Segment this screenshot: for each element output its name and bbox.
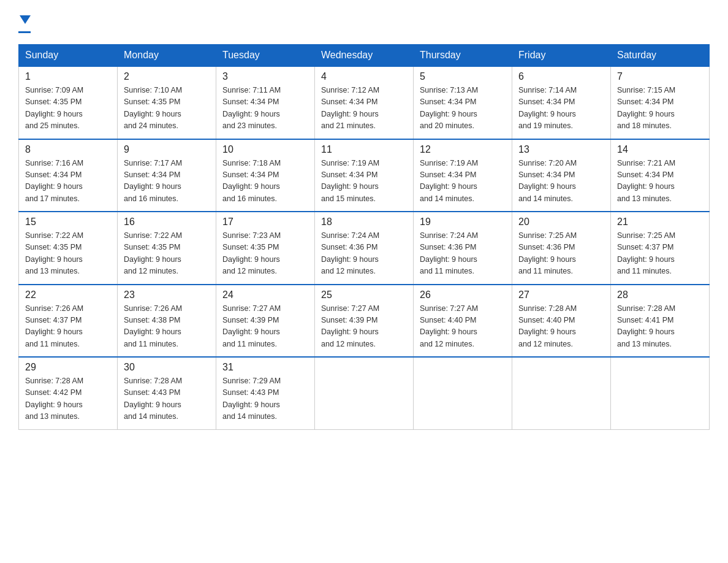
calendar-day-cell: 15Sunrise: 7:22 AMSunset: 4:35 PMDayligh…: [19, 212, 118, 285]
calendar-day-cell: [315, 357, 414, 429]
calendar-day-cell: 3Sunrise: 7:11 AMSunset: 4:34 PMDaylight…: [216, 66, 315, 139]
calendar-day-cell: 26Sunrise: 7:27 AMSunset: 4:40 PMDayligh…: [414, 285, 512, 358]
calendar-day-cell: 28Sunrise: 7:28 AMSunset: 4:41 PMDayligh…: [611, 285, 710, 358]
day-number: 30: [124, 362, 210, 373]
calendar-day-cell: 18Sunrise: 7:24 AMSunset: 4:36 PMDayligh…: [315, 212, 414, 285]
day-info: Sunrise: 7:12 AMSunset: 4:34 PMDaylight:…: [321, 85, 407, 132]
day-number: 3: [222, 71, 308, 82]
day-info: Sunrise: 7:26 AMSunset: 4:38 PMDaylight:…: [124, 303, 210, 351]
calendar-day-cell: 30Sunrise: 7:28 AMSunset: 4:43 PMDayligh…: [118, 357, 216, 429]
day-info: Sunrise: 7:16 AMSunset: 4:34 PMDaylight:…: [25, 158, 111, 205]
calendar-day-cell: 7Sunrise: 7:15 AMSunset: 4:34 PMDaylight…: [611, 66, 710, 139]
day-info: Sunrise: 7:19 AMSunset: 4:34 PMDaylight:…: [420, 158, 506, 205]
day-number: 4: [321, 71, 407, 82]
day-number: 17: [222, 216, 308, 228]
day-number: 13: [518, 144, 604, 155]
day-info: Sunrise: 7:21 AMSunset: 4:34 PMDaylight:…: [617, 158, 703, 205]
day-number: 5: [420, 71, 506, 82]
day-number: 9: [124, 144, 210, 155]
calendar-day-cell: 11Sunrise: 7:19 AMSunset: 4:34 PMDayligh…: [315, 139, 414, 212]
calendar-week-row: 29Sunrise: 7:28 AMSunset: 4:42 PMDayligh…: [19, 357, 710, 429]
day-info: Sunrise: 7:14 AMSunset: 4:34 PMDaylight:…: [518, 85, 604, 132]
weekday-header-thursday: Thursday: [414, 45, 512, 67]
day-info: Sunrise: 7:17 AMSunset: 4:34 PMDaylight:…: [124, 158, 210, 205]
calendar-week-row: 8Sunrise: 7:16 AMSunset: 4:34 PMDaylight…: [19, 139, 710, 212]
day-info: Sunrise: 7:29 AMSunset: 4:43 PMDaylight:…: [222, 375, 308, 423]
weekday-header-monday: Monday: [118, 45, 216, 67]
day-info: Sunrise: 7:10 AMSunset: 4:35 PMDaylight:…: [124, 85, 210, 132]
day-number: 23: [124, 289, 210, 301]
day-number: 14: [617, 144, 703, 155]
calendar-day-cell: 2Sunrise: 7:10 AMSunset: 4:35 PMDaylight…: [118, 66, 216, 139]
calendar-day-cell: 21Sunrise: 7:25 AMSunset: 4:37 PMDayligh…: [611, 212, 710, 285]
day-number: 11: [321, 144, 407, 155]
calendar-table: SundayMondayTuesdayWednesdayThursdayFrid…: [18, 44, 710, 430]
day-info: Sunrise: 7:27 AMSunset: 4:39 PMDaylight:…: [222, 303, 308, 351]
day-info: Sunrise: 7:22 AMSunset: 4:35 PMDaylight:…: [124, 230, 210, 278]
day-info: Sunrise: 7:09 AMSunset: 4:35 PMDaylight:…: [25, 85, 111, 132]
calendar-week-row: 15Sunrise: 7:22 AMSunset: 4:35 PMDayligh…: [19, 212, 710, 285]
logo-text: [18, 12, 31, 29]
calendar-day-cell: 20Sunrise: 7:25 AMSunset: 4:36 PMDayligh…: [512, 212, 611, 285]
calendar-day-cell: [414, 357, 512, 429]
day-info: Sunrise: 7:11 AMSunset: 4:34 PMDaylight:…: [222, 85, 308, 132]
day-info: Sunrise: 7:24 AMSunset: 4:36 PMDaylight:…: [321, 230, 407, 278]
day-number: 27: [518, 289, 604, 301]
day-info: Sunrise: 7:22 AMSunset: 4:35 PMDaylight:…: [25, 230, 111, 278]
day-number: 8: [25, 144, 111, 155]
day-info: Sunrise: 7:18 AMSunset: 4:34 PMDaylight:…: [222, 158, 308, 205]
logo-triangle-icon: [20, 15, 31, 24]
day-number: 18: [321, 216, 407, 228]
calendar-day-cell: 24Sunrise: 7:27 AMSunset: 4:39 PMDayligh…: [216, 285, 315, 358]
day-number: 20: [518, 216, 604, 228]
day-number: 26: [420, 289, 506, 301]
day-number: 6: [518, 71, 604, 82]
calendar-day-cell: 16Sunrise: 7:22 AMSunset: 4:35 PMDayligh…: [118, 212, 216, 285]
calendar-day-cell: 10Sunrise: 7:18 AMSunset: 4:34 PMDayligh…: [216, 139, 315, 212]
day-number: 15: [25, 216, 111, 228]
day-info: Sunrise: 7:23 AMSunset: 4:35 PMDaylight:…: [222, 230, 308, 278]
day-info: Sunrise: 7:28 AMSunset: 4:42 PMDaylight:…: [25, 375, 111, 423]
weekday-header-tuesday: Tuesday: [216, 45, 315, 67]
day-info: Sunrise: 7:28 AMSunset: 4:43 PMDaylight:…: [124, 375, 210, 423]
calendar-day-cell: 8Sunrise: 7:16 AMSunset: 4:34 PMDaylight…: [19, 139, 118, 212]
calendar-week-row: 1Sunrise: 7:09 AMSunset: 4:35 PMDaylight…: [19, 66, 710, 139]
weekday-header-wednesday: Wednesday: [315, 45, 414, 67]
calendar-day-cell: 4Sunrise: 7:12 AMSunset: 4:34 PMDaylight…: [315, 66, 414, 139]
day-info: Sunrise: 7:25 AMSunset: 4:37 PMDaylight:…: [617, 230, 703, 278]
calendar-day-cell: 31Sunrise: 7:29 AMSunset: 4:43 PMDayligh…: [216, 357, 315, 429]
day-number: 24: [222, 289, 308, 301]
day-number: 10: [222, 144, 308, 155]
page-header: [18, 12, 710, 33]
day-info: Sunrise: 7:28 AMSunset: 4:41 PMDaylight:…: [617, 303, 703, 351]
day-info: Sunrise: 7:27 AMSunset: 4:40 PMDaylight:…: [420, 303, 506, 351]
day-info: Sunrise: 7:20 AMSunset: 4:34 PMDaylight:…: [518, 158, 604, 205]
weekday-header-saturday: Saturday: [611, 45, 710, 67]
logo-divider: [18, 31, 31, 33]
calendar-day-cell: 1Sunrise: 7:09 AMSunset: 4:35 PMDaylight…: [19, 66, 118, 139]
calendar-day-cell: 6Sunrise: 7:14 AMSunset: 4:34 PMDaylight…: [512, 66, 611, 139]
day-number: 19: [420, 216, 506, 228]
day-info: Sunrise: 7:13 AMSunset: 4:34 PMDaylight:…: [420, 85, 506, 132]
day-info: Sunrise: 7:26 AMSunset: 4:37 PMDaylight:…: [25, 303, 111, 351]
day-number: 7: [617, 71, 703, 82]
calendar-day-cell: 25Sunrise: 7:27 AMSunset: 4:39 PMDayligh…: [315, 285, 414, 358]
weekday-header-row: SundayMondayTuesdayWednesdayThursdayFrid…: [19, 45, 710, 67]
calendar-day-cell: 27Sunrise: 7:28 AMSunset: 4:40 PMDayligh…: [512, 285, 611, 358]
calendar-day-cell: 13Sunrise: 7:20 AMSunset: 4:34 PMDayligh…: [512, 139, 611, 212]
day-number: 22: [25, 289, 111, 301]
day-info: Sunrise: 7:27 AMSunset: 4:39 PMDaylight:…: [321, 303, 407, 351]
calendar-day-cell: 17Sunrise: 7:23 AMSunset: 4:35 PMDayligh…: [216, 212, 315, 285]
day-number: 2: [124, 71, 210, 82]
day-info: Sunrise: 7:19 AMSunset: 4:34 PMDaylight:…: [321, 158, 407, 205]
calendar-day-cell: 23Sunrise: 7:26 AMSunset: 4:38 PMDayligh…: [118, 285, 216, 358]
calendar-day-cell: 29Sunrise: 7:28 AMSunset: 4:42 PMDayligh…: [19, 357, 118, 429]
day-number: 28: [617, 289, 703, 301]
day-number: 29: [25, 362, 111, 373]
day-number: 12: [420, 144, 506, 155]
calendar-day-cell: [611, 357, 710, 429]
calendar-day-cell: 12Sunrise: 7:19 AMSunset: 4:34 PMDayligh…: [414, 139, 512, 212]
day-info: Sunrise: 7:24 AMSunset: 4:36 PMDaylight:…: [420, 230, 506, 278]
calendar-day-cell: 19Sunrise: 7:24 AMSunset: 4:36 PMDayligh…: [414, 212, 512, 285]
day-info: Sunrise: 7:25 AMSunset: 4:36 PMDaylight:…: [518, 230, 604, 278]
